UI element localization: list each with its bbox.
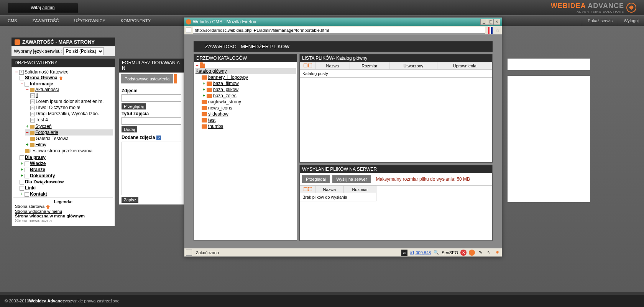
- ucol-select[interactable]: [300, 186, 315, 193]
- form-tab-orange[interactable]: [174, 74, 177, 83]
- form-tab-basic[interactable]: Podstawowe ustawienia: [121, 74, 173, 83]
- tree-kontakt[interactable]: Kontakt: [30, 191, 47, 197]
- tree-wladze[interactable]: Władze: [30, 161, 46, 166]
- tree-li[interactable]: li: [36, 93, 38, 98]
- select-all-icon[interactable]: [304, 64, 307, 67]
- gear-icon[interactable]: ✹: [494, 250, 500, 256]
- col-select[interactable]: [300, 62, 315, 70]
- ucol-nazwa[interactable]: Nazwa: [315, 186, 344, 193]
- tree-testowa[interactable]: testowa strona przekierowania: [30, 148, 92, 154]
- expand-icon[interactable]: +: [202, 88, 206, 92]
- tree-zwiazkowcow[interactable]: Dla Związkowców: [25, 179, 64, 185]
- collapse-icon[interactable]: −: [25, 131, 30, 135]
- lang-select[interactable]: Polski (Polska): [63, 47, 104, 55]
- menu-zawartosc[interactable]: ZAWARTOŚĆ: [25, 15, 66, 26]
- tree-root[interactable]: Solidarność Katowice: [25, 69, 69, 75]
- folder-icon: [202, 100, 207, 104]
- expand-icon[interactable]: +: [202, 82, 206, 86]
- status-number[interactable]: #1,009,848: [410, 250, 431, 255]
- file-list: Nazwa Rozmiar Utworzony Uprawnienia Kata…: [300, 62, 492, 162]
- sitemap-title: ZAWARTOŚĆ - MAPA STRONY: [22, 39, 95, 45]
- select-none-icon[interactable]: [308, 187, 312, 191]
- alexa-icon[interactable]: a: [401, 250, 407, 256]
- collapse-icon[interactable]: −: [20, 82, 24, 87]
- col-uprawnienia[interactable]: Uprawnienia: [437, 62, 492, 70]
- menu-komponenty[interactable]: KOMPONENTY: [113, 15, 158, 26]
- collapse-icon[interactable]: −: [14, 70, 19, 75]
- tree-test4[interactable]: Test 4: [36, 117, 48, 122]
- save-button[interactable]: Zapisz: [122, 197, 138, 203]
- minimize-button[interactable]: _: [480, 19, 487, 25]
- menu-uzytkownicy[interactable]: UŻYTKOWNICY: [67, 15, 113, 26]
- title-input[interactable]: [122, 117, 181, 125]
- expand-icon[interactable]: +: [20, 174, 24, 178]
- upload-browse-button[interactable]: Przeglądaj: [302, 175, 330, 183]
- expand-icon[interactable]: +: [20, 192, 24, 197]
- expand-icon[interactable]: +: [20, 168, 24, 172]
- senseo-label[interactable]: SenSEO: [442, 250, 458, 255]
- col-rozmiar[interactable]: Rozmiar: [350, 62, 389, 70]
- select-none-icon[interactable]: [308, 64, 312, 67]
- upload-send-button[interactable]: Wyślij na serwer: [332, 175, 371, 183]
- collapse-icon[interactable]: −: [25, 88, 30, 92]
- col-utworzony[interactable]: Utworzony: [389, 62, 437, 70]
- dir-tree-box: DRZEWO KATALOGÓW −Katalog główny bannery…: [194, 54, 297, 241]
- tree-fotogalerie[interactable]: Fotogalerie: [35, 130, 58, 135]
- tree-litwo[interactable]: Litwo! Ojczyzno moja!: [36, 105, 80, 110]
- dir-filmow[interactable]: baza_filmow: [213, 81, 239, 86]
- home-icon: [46, 204, 50, 209]
- dir-slideshow[interactable]: slideshow: [208, 111, 228, 117]
- firefox-status-icon[interactable]: [469, 250, 475, 256]
- status-icon[interactable]: [186, 250, 192, 256]
- tree-drogi[interactable]: Drogi Marszałku, Wysoka Izbo.: [36, 111, 99, 116]
- dir-naglowki[interactable]: naglowki_strony: [208, 99, 241, 105]
- search-icon[interactable]: 🔍: [433, 250, 439, 256]
- dir-plikow[interactable]: baza_plikow: [213, 87, 238, 92]
- stop-icon[interactable]: ✕: [460, 250, 467, 256]
- tree-info[interactable]: Informacje: [30, 81, 53, 87]
- dir-test[interactable]: test: [208, 118, 215, 123]
- zdjecie-input[interactable]: [122, 94, 181, 102]
- tree-styczen[interactable]: Styczeń: [35, 124, 52, 129]
- dir-news[interactable]: news_icons: [208, 105, 232, 111]
- dir-thumbs[interactable]: thumbs: [208, 124, 223, 129]
- select-all-icon[interactable]: [304, 187, 307, 191]
- bookmark-star-icon[interactable]: ☆: [495, 27, 500, 33]
- window-titlebar[interactable]: Webidea CMS - Mozilla Firefox _ ▢ ✕: [184, 18, 502, 26]
- col-nazwa[interactable]: Nazwa: [315, 62, 350, 70]
- form-content: Podstawowe ustawienia Zdjęcie Przeglądaj…: [119, 72, 184, 205]
- tree-dokumenty[interactable]: Dokumenty: [30, 173, 55, 178]
- dir-root[interactable]: Katalog główny: [196, 69, 227, 74]
- edit-icon[interactable]: ✎: [477, 250, 483, 256]
- dir-bannery[interactable]: bannery_i_logotypy: [208, 75, 248, 80]
- menu-cms[interactable]: CMS: [0, 15, 25, 26]
- menu-wyloguj[interactable]: Wyloguj: [618, 15, 644, 26]
- expand-icon[interactable]: +: [25, 143, 30, 147]
- status-bar: Zakończono a #1,009,848 🔍 SenSEO ✕ ✎ ↖ ✹: [184, 248, 502, 256]
- ucol-rozmiar[interactable]: Rozmiar: [343, 186, 376, 193]
- welcome-user-link[interactable]: admin: [42, 5, 55, 10]
- tree-prasy[interactable]: Dla prasy: [25, 155, 46, 160]
- add-button[interactable]: Dodaj: [122, 126, 137, 132]
- dir-zdjec[interactable]: baza_zdjec: [213, 93, 237, 98]
- tree-branze[interactable]: Branże: [30, 167, 45, 172]
- cursor-icon[interactable]: ↖: [486, 250, 492, 256]
- site-tree: −ASolidarność Katowice Strona Główna −In…: [12, 67, 115, 226]
- menu-pokaz-serwis[interactable]: Pokaż serwis: [582, 15, 618, 26]
- tree-filmy[interactable]: Filmy: [35, 142, 46, 147]
- expand-icon[interactable]: +: [202, 94, 206, 98]
- upload-empty-message: Brak plików do wysłania: [300, 193, 376, 201]
- browse-button[interactable]: Przeglądaj: [122, 103, 146, 109]
- tree-linki[interactable]: Linki: [25, 185, 36, 191]
- maximize-button[interactable]: ▢: [487, 19, 494, 25]
- expand-icon[interactable]: +: [25, 124, 30, 129]
- url-input[interactable]: [193, 27, 485, 34]
- tree-galeria[interactable]: Galeria Testowa: [36, 136, 69, 141]
- help-icon[interactable]: ?: [156, 136, 161, 140]
- tree-main[interactable]: Strona Główna: [25, 75, 58, 80]
- collapse-icon[interactable]: −: [195, 64, 199, 68]
- tree-lorem[interactable]: Lorem ipsum dolor sit amet enim.: [36, 99, 104, 104]
- expand-icon[interactable]: +: [20, 162, 24, 166]
- close-button[interactable]: ✕: [493, 19, 500, 25]
- tree-news[interactable]: Aktualności: [35, 87, 59, 92]
